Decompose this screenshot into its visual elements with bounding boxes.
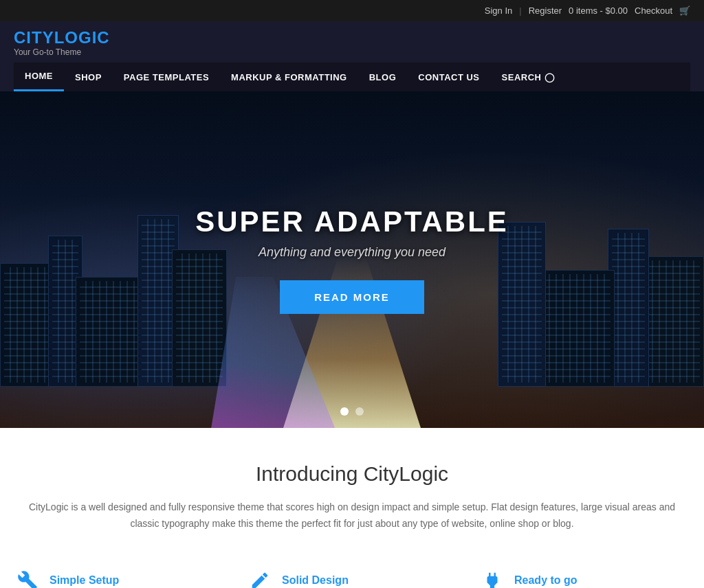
intro-section: Introducing CityLogic CityLogic is a wel… bbox=[0, 428, 704, 553]
register-link[interactable]: Register bbox=[529, 5, 562, 16]
slider-dots bbox=[340, 407, 364, 416]
hero-subtitle: Anything and everything you need bbox=[195, 245, 509, 260]
feature-title-1: Simple Setup bbox=[50, 574, 119, 587]
pen-icon bbox=[246, 567, 274, 588]
nav-shop[interactable]: SHOP bbox=[64, 64, 113, 91]
nav-page-templates[interactable]: PAGE TEMPLATES bbox=[113, 64, 220, 91]
feature-title-2: Solid Design bbox=[282, 574, 349, 587]
feature-header-3: Ready to go bbox=[478, 567, 690, 588]
signin-link[interactable]: Sign In bbox=[485, 5, 512, 16]
nav-home[interactable]: HOME bbox=[14, 63, 64, 91]
hero-section: SUPER ADAPTABLE Anything and everything … bbox=[0, 91, 704, 428]
nav-search[interactable]: SEARCH ◯ bbox=[491, 64, 566, 91]
logo-title[interactable]: CITYLOGIC bbox=[14, 28, 110, 47]
logo-area: CITYLOGIC Your Go-to Theme bbox=[14, 28, 110, 57]
top-bar: Sign In | Register 0 items - $0.00 Check… bbox=[0, 0, 704, 21]
hero-cta-button[interactable]: READ MORE bbox=[280, 280, 424, 314]
separator: | bbox=[519, 5, 521, 16]
slider-dot-2[interactable] bbox=[355, 407, 364, 416]
checkout-link[interactable]: Checkout bbox=[635, 5, 672, 16]
intro-text: CityLogic is a well designed and fully r… bbox=[25, 499, 679, 532]
intro-title: Introducing CityLogic bbox=[14, 462, 690, 486]
wrench-icon bbox=[14, 567, 41, 588]
nav-markup[interactable]: MARKUP & FORMATTING bbox=[220, 64, 358, 91]
feature-title-3: Ready to go bbox=[514, 574, 578, 587]
feature-simple-setup: Simple Setup Whether this is your first … bbox=[14, 567, 226, 588]
cart-icon: 🛒 bbox=[679, 5, 690, 16]
logo-tagline: Your Go-to Theme bbox=[14, 47, 110, 57]
cart-info: 0 items - $0.00 bbox=[569, 5, 628, 16]
plug-icon bbox=[478, 567, 506, 588]
hero-content: SUPER ADAPTABLE Anything and everything … bbox=[195, 205, 509, 314]
feature-solid-design: Solid Design The theme's modest but good… bbox=[246, 567, 458, 588]
slider-dot-1[interactable] bbox=[340, 407, 349, 416]
feature-header-1: Simple Setup bbox=[14, 567, 226, 588]
hero-title: SUPER ADAPTABLE bbox=[195, 205, 509, 238]
nav-contact[interactable]: CONTACT US bbox=[407, 64, 490, 91]
nav-blog[interactable]: BLOG bbox=[358, 64, 408, 91]
main-nav: HOME SHOP PAGE TEMPLATES MARKUP & FORMAT… bbox=[14, 63, 690, 91]
feature-ready-to-go: Ready to go Integrated with a number of … bbox=[478, 567, 690, 588]
header: CITYLOGIC Your Go-to Theme HOME SHOP PAG… bbox=[0, 21, 704, 91]
feature-header-2: Solid Design bbox=[246, 567, 458, 588]
features-section: Simple Setup Whether this is your first … bbox=[0, 553, 704, 588]
